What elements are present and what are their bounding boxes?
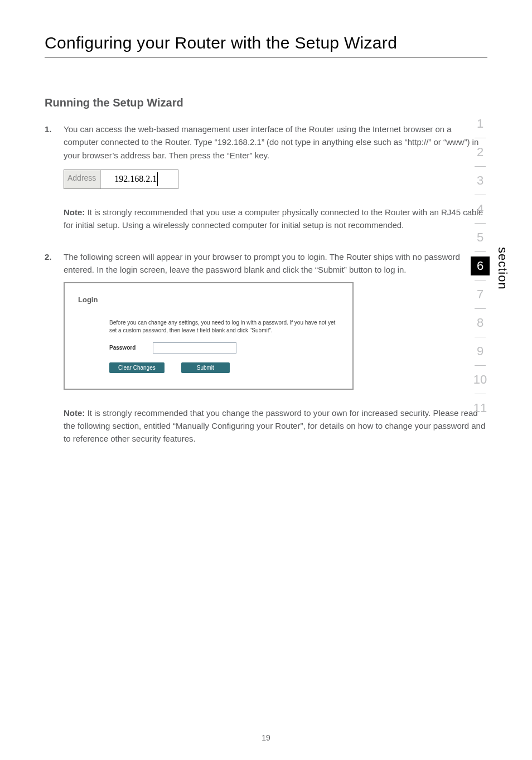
section-nav-item-4[interactable]: 4 <box>471 200 490 219</box>
password-label: Password <box>109 343 143 352</box>
step-1-note: Note: It is strongly recommended that yo… <box>64 206 487 232</box>
address-bar: Address 192.168.2.1 <box>64 170 178 189</box>
login-box-text: Before you can change any settings, you … <box>109 319 341 335</box>
section-nav-separator <box>475 223 486 224</box>
section-nav-item-8[interactable]: 8 <box>471 313 490 332</box>
note-text: It is strongly recommended that you use … <box>64 207 483 230</box>
step-2-number: 2. <box>45 250 64 453</box>
login-box-title: Login <box>78 294 341 306</box>
section-nav-item-7[interactable]: 7 <box>471 285 490 304</box>
section-nav-separator <box>475 308 486 309</box>
section-nav-item-5[interactable]: 5 <box>471 228 490 247</box>
section-nav-item-10[interactable]: 10 <box>471 370 490 389</box>
section-nav-item-6[interactable]: 6 <box>471 256 490 275</box>
note-text: It is strongly recommended that you chan… <box>64 408 485 444</box>
section-nav-item-2[interactable]: 2 <box>471 143 490 162</box>
page-title: Configuring your Router with the Setup W… <box>45 33 487 52</box>
section-nav-separator <box>475 280 486 280</box>
address-bar-label: Address <box>64 170 101 188</box>
section-nav-item-3[interactable]: 3 <box>471 171 490 190</box>
section-nav-item-11[interactable]: 11 <box>471 399 490 418</box>
step-2-text: The following screen will appear in your… <box>64 250 487 277</box>
clear-changes-button[interactable]: Clear Changes <box>109 362 165 373</box>
section-label: section <box>495 247 510 290</box>
step-1-text: You can access the web-based management … <box>64 123 487 162</box>
page-number: 19 <box>0 733 532 742</box>
login-box: Login Before you can change any settings… <box>64 282 354 390</box>
section-nav: 1234567891011 section <box>471 114 510 418</box>
address-bar-value[interactable]: 192.168.2.1 <box>101 170 178 188</box>
step-1-number: 1. <box>45 123 64 239</box>
step-2: 2. The following screen will appear in y… <box>45 250 487 453</box>
section-nav-separator <box>475 138 486 138</box>
step-1: 1. You can access the web-based manageme… <box>45 123 487 239</box>
section-nav-separator <box>475 394 486 394</box>
password-input[interactable] <box>153 342 236 354</box>
section-nav-separator <box>475 365 486 366</box>
note-label: Note: <box>64 207 85 217</box>
section-nav-item-9[interactable]: 9 <box>471 342 490 361</box>
step-2-note: Note: It is strongly recommended that yo… <box>64 406 487 446</box>
section-nav-item-1[interactable]: 1 <box>471 114 490 133</box>
note-label: Note: <box>64 408 85 418</box>
section-nav-separator <box>475 337 486 337</box>
section-nav-separator <box>475 251 486 252</box>
section-nav-separator <box>475 195 486 195</box>
page-subtitle: Running the Setup Wizard <box>45 96 487 109</box>
title-underline <box>45 57 487 57</box>
submit-button[interactable]: Submit <box>181 362 230 373</box>
section-nav-separator <box>475 166 486 167</box>
